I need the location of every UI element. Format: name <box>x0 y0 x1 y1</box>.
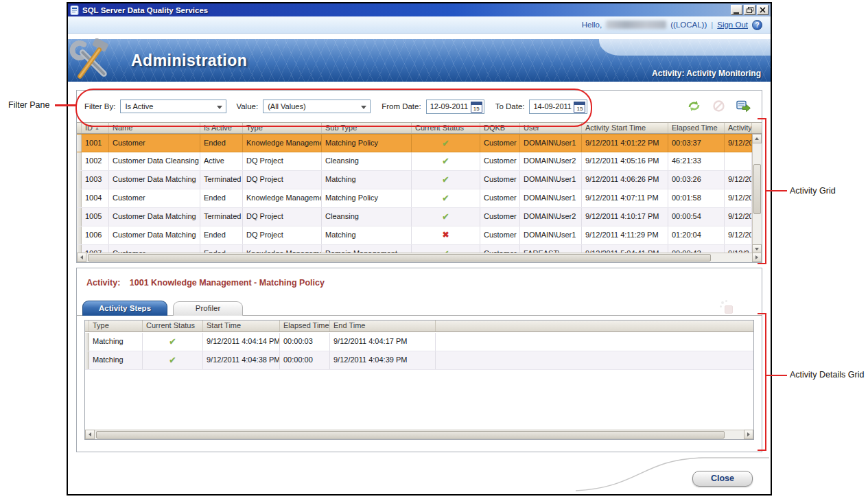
value-dropdown[interactable]: (All Values) <box>263 100 371 113</box>
column-header-start[interactable]: Activity Start Time <box>582 123 668 133</box>
cell-start: 9/12/2011 4:04:38 PM <box>203 351 280 369</box>
cell-end: 9/12/2011 4:04:17 PM <box>330 333 436 351</box>
column-header-end[interactable]: End Time <box>330 321 436 331</box>
column-header-type[interactable]: Type <box>89 321 143 331</box>
details-horizontal-scroll-thumb[interactable] <box>96 431 725 439</box>
chevron-down-icon <box>217 106 222 109</box>
status-ok-icon: ✔ <box>169 355 176 365</box>
annotation-details-grid-label: Activity Details Grid <box>790 370 864 380</box>
column-header-status[interactable]: Current Status <box>143 321 203 331</box>
redacted-username <box>606 21 666 29</box>
activity-grid: 1001CustomerEndedKnowledge ManagementMat… <box>77 134 752 254</box>
to-date-input[interactable]: 14-09-2011 15 <box>529 100 587 114</box>
table-row[interactable]: 1001CustomerEndedKnowledge ManagementMat… <box>77 134 752 152</box>
refresh-icon[interactable] <box>687 100 701 113</box>
cell-id: 1003 <box>82 171 109 189</box>
table-row[interactable]: Matching✔9/12/2011 4:04:14 PM00:00:039/1… <box>85 333 753 351</box>
column-header-user[interactable]: User <box>520 123 582 133</box>
profiler-disabled-icon <box>719 300 734 315</box>
table-row[interactable]: 1002Customer Data CleansingActiveDQ Proj… <box>77 152 752 171</box>
row-filler <box>436 351 753 369</box>
row-indicator <box>77 208 82 226</box>
cell-name: Customer <box>109 189 200 207</box>
details-horizontal-scrollbar[interactable] <box>85 430 753 439</box>
calendar-icon[interactable]: 15 <box>574 102 585 113</box>
cell-elapsed: 00:03:26 <box>668 171 725 189</box>
calendar-header <box>471 102 482 105</box>
cell-name: Customer <box>109 135 200 152</box>
column-header-status[interactable]: Current Status <box>412 123 480 133</box>
tab-profiler[interactable]: Profiler <box>173 301 243 316</box>
restore-button[interactable] <box>744 5 755 15</box>
row-indicator <box>77 152 82 170</box>
cell-sub_type: Cleansing <box>322 208 412 226</box>
cell-sub_type: Matching <box>322 171 412 189</box>
cell-end <box>725 152 752 170</box>
tab-activity-steps[interactable]: Activity Steps <box>82 301 167 316</box>
activity-details-panel: Activity: 1001 Knowledge Management - Ma… <box>76 268 762 452</box>
close-button[interactable]: Close <box>692 471 753 487</box>
status-error-icon: ✖ <box>442 230 449 240</box>
sort-asc-icon: ▲ <box>95 126 99 130</box>
scroll-right-button[interactable] <box>744 430 753 439</box>
horizontal-scroll-thumb[interactable] <box>88 254 711 261</box>
column-header-elapsed[interactable]: Elapsed Time <box>668 123 725 133</box>
column-header-elapsed[interactable]: Elapsed Time <box>280 321 330 331</box>
column-header-id[interactable]: ID▲ <box>82 123 109 133</box>
table-row[interactable]: Matching✔9/12/2011 4:04:38 PM00:00:009/1… <box>85 351 753 370</box>
details-title: Activity: 1001 Knowledge Management - Ma… <box>86 278 325 288</box>
table-row[interactable]: 1006Customer Data MatchingEndedDQ Projec… <box>77 226 752 245</box>
table-row[interactable]: 1005Customer Data MatchingTerminatedDQ P… <box>77 208 752 226</box>
details-grid-header: TypeCurrent StatusStart TimeElapsed Time… <box>85 321 753 332</box>
cell-name: Customer Data Matching <box>109 226 200 244</box>
scroll-left-button[interactable] <box>85 430 95 439</box>
column-header-sub_type[interactable]: Sub Type <box>322 123 412 133</box>
cell-dqkb: Customer <box>480 189 520 207</box>
table-row[interactable]: 1004CustomerEndedKnowledge ManagementMat… <box>77 189 752 208</box>
cell-sub_type: Matching Policy <box>322 135 412 152</box>
window-title: SQL Server Data Quality Services <box>82 6 729 14</box>
column-header-is_active[interactable]: Is Active <box>200 123 243 133</box>
cell-sub_type: Matching Policy <box>322 189 412 207</box>
table-row[interactable]: 1003Customer Data MatchingTerminatedDQ P… <box>77 171 752 189</box>
cell-dqkb: Customer <box>480 135 520 152</box>
chevron-down-icon <box>361 106 366 109</box>
column-header-name[interactable]: Name <box>109 123 200 133</box>
export-icon[interactable] <box>736 100 751 113</box>
status-ok-icon: ✔ <box>442 211 449 222</box>
terminate-disabled-icon[interactable] <box>712 100 726 113</box>
header-filler <box>436 321 753 331</box>
cell-status: ✖ <box>412 226 480 244</box>
filter-by-dropdown[interactable]: Is Active <box>120 100 226 113</box>
cell-elapsed: 00:00:00 <box>280 351 330 369</box>
scroll-left-button[interactable] <box>77 253 86 262</box>
cell-is_active: Ended <box>200 189 243 207</box>
close-window-button[interactable] <box>757 5 769 15</box>
cell-status: ✔ <box>412 171 480 189</box>
cell-start: 9/12/2011 4:10:17 PM <box>582 208 668 226</box>
help-icon[interactable]: ? <box>752 20 762 30</box>
details-title-label: Activity: <box>86 278 120 288</box>
calendar-icon[interactable]: 15 <box>471 102 482 113</box>
cell-elapsed: 00:00:03 <box>280 333 330 351</box>
sign-out-link[interactable]: Sign Out <box>717 21 748 29</box>
column-header-type[interactable]: Type <box>243 123 322 133</box>
column-header-dqkb[interactable]: DQKB <box>480 123 520 133</box>
details-title-value: 1001 Knowledge Management - Matching Pol… <box>130 278 325 288</box>
minimize-button[interactable] <box>731 5 742 15</box>
activity-grid-header: ID▲NameIs ActiveTypeSub TypeCurrent Stat… <box>77 122 762 134</box>
from-date-input[interactable]: 12-09-2011 15 <box>426 100 484 114</box>
cell-type: Matching <box>89 351 143 369</box>
calendar-day: 15 <box>471 106 482 113</box>
horizontal-scrollbar[interactable] <box>77 253 762 262</box>
cell-user: DOMAIN\User1 <box>520 189 582 207</box>
from-date-value: 12-09-2011 <box>430 102 468 110</box>
activity-panel: Filter By: Is Active Value: (All Values)… <box>76 90 762 263</box>
cell-dqkb: Customer <box>480 152 520 170</box>
column-header-start[interactable]: Start Time <box>203 321 280 331</box>
cell-is_active: Ended <box>200 135 243 152</box>
column-header-end[interactable]: Activity <box>725 123 752 133</box>
cell-end: 9/12/2011 4:04:39 PM <box>330 351 436 369</box>
status-ok-icon: ✔ <box>442 174 449 185</box>
status-ok-icon: ✔ <box>442 156 449 166</box>
